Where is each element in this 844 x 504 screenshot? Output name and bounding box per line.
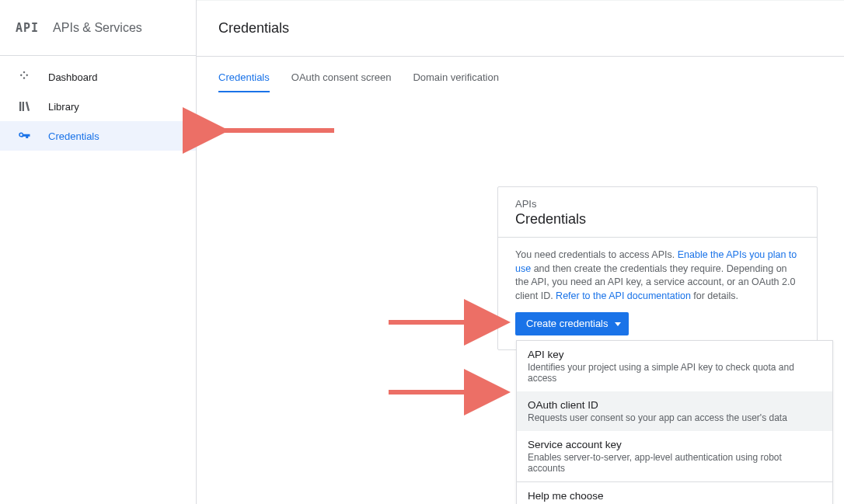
tab-oauth-consent[interactable]: OAuth consent screen xyxy=(291,71,392,92)
sidebar-nav: Dashboard Library Credentials xyxy=(0,56,196,151)
card-body: You need credentials to access APIs. Ena… xyxy=(498,238,817,349)
card-header: APIs Credentials xyxy=(498,187,817,238)
key-icon xyxy=(17,129,31,143)
dropdown-item-sub: Identifies your project using a simple A… xyxy=(528,362,821,384)
sidebar-item-dashboard[interactable]: Dashboard xyxy=(0,62,196,92)
dropdown-item-api-key[interactable]: API key Identifies your project using a … xyxy=(517,341,832,391)
tabs: Credentials OAuth consent screen Domain … xyxy=(197,60,844,92)
sidebar-item-library[interactable]: Library xyxy=(0,92,196,121)
sidebar-item-credentials[interactable]: Credentials xyxy=(0,121,196,151)
card-title: Credentials xyxy=(515,211,800,228)
dropdown-item-help-me-choose[interactable]: Help me choose Asks a few questions to h… xyxy=(517,482,832,504)
dropdown-item-title: API key xyxy=(528,349,821,360)
link-api-docs[interactable]: Refer to the API documentation xyxy=(556,290,691,301)
dashboard-icon xyxy=(17,70,31,84)
caret-down-icon xyxy=(615,322,621,326)
dropdown-item-sub: Enables server-to-server, app-level auth… xyxy=(528,452,821,474)
card-overline: APIs xyxy=(515,198,800,210)
page-title: Credentials xyxy=(218,20,289,36)
library-icon xyxy=(17,99,31,113)
api-logo: API xyxy=(16,21,39,35)
sidebar-item-label: Library xyxy=(48,101,79,113)
create-credentials-dropdown: API key Identifies your project using a … xyxy=(516,340,833,504)
dropdown-item-service-account-key[interactable]: Service account key Enables server-to-se… xyxy=(517,431,832,481)
page-header: Credentials xyxy=(197,1,844,57)
sidebar-item-label: Dashboard xyxy=(48,71,98,83)
tab-credentials[interactable]: Credentials xyxy=(218,71,270,92)
tab-domain-verification[interactable]: Domain verification xyxy=(413,71,499,92)
card-text-tail: for details. xyxy=(691,290,738,301)
dropdown-item-title: Help me choose xyxy=(528,490,821,502)
dropdown-item-title: OAuth client ID xyxy=(528,399,821,411)
credentials-card: APIs Credentials You need credentials to… xyxy=(497,186,818,350)
sidebar-header: API APIs & Services xyxy=(0,0,196,56)
create-credentials-label: Create credentials xyxy=(526,317,609,331)
dropdown-item-title: Service account key xyxy=(528,439,821,450)
card-text-lead: You need credentials to access APIs. xyxy=(515,249,678,260)
sidebar: API APIs & Services Dashboard Library xyxy=(0,0,197,504)
create-credentials-button[interactable]: Create credentials xyxy=(515,312,629,335)
dropdown-item-oauth-client-id[interactable]: OAuth client ID Requests user consent so… xyxy=(517,391,832,431)
sidebar-title: APIs & Services xyxy=(53,21,142,35)
sidebar-item-label: Credentials xyxy=(48,130,99,142)
dropdown-item-sub: Requests user consent so your app can ac… xyxy=(528,412,821,423)
